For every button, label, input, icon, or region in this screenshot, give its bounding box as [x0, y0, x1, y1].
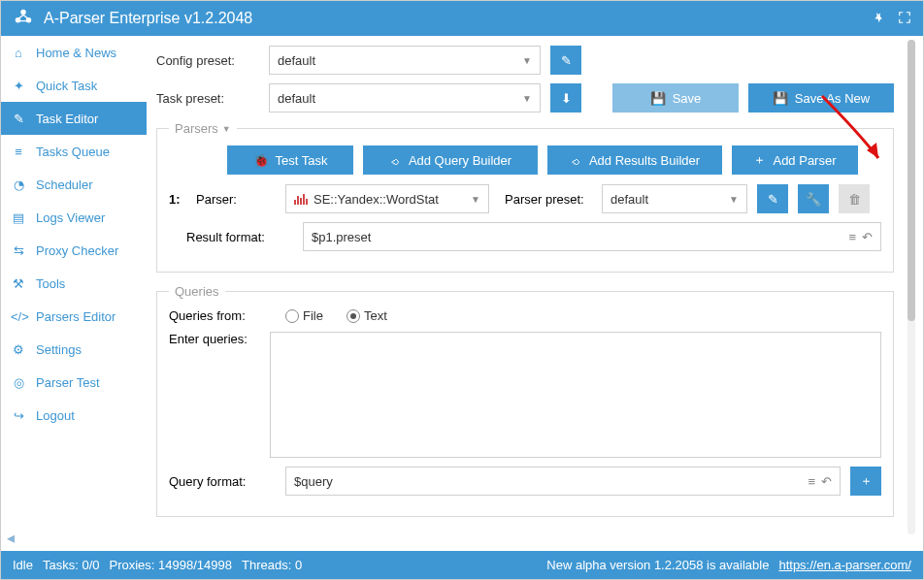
enter-queries-label: Enter queries:: [169, 332, 260, 346]
select-value: SE::Yandex::WordStat: [294, 192, 439, 207]
save-as-new-button[interactable]: 💾Save As New: [748, 83, 894, 113]
trash-icon: 🗑: [848, 192, 861, 207]
config-edit-button[interactable]: ✎: [550, 46, 581, 75]
tools-icon: ⚒: [11, 276, 26, 291]
list-icon[interactable]: ≡: [848, 230, 856, 244]
pencil-icon: ✎: [768, 192, 778, 207]
sidebar-item-label: Logs Viewer: [36, 210, 105, 225]
save-icon: 💾: [773, 91, 788, 106]
app-title: A-Parser Enterprise v1.2.2048: [44, 10, 252, 27]
query-format-add-button[interactable]: ＋: [850, 467, 881, 496]
caret-down-icon: ▼: [222, 124, 231, 134]
fullscreen-icon[interactable]: [898, 11, 911, 27]
caret-down-icon: ▼: [729, 194, 739, 205]
sidebar-item-label: Quick Task: [36, 79, 97, 93]
share-icon: ⪦: [389, 153, 402, 168]
sidebar-item-logout[interactable]: ↪Logout: [1, 399, 147, 432]
network-icon: ⇆: [11, 243, 26, 258]
parsers-legend[interactable]: Parsers ▼: [169, 121, 237, 136]
logo-icon: [13, 7, 34, 31]
pin-icon[interactable]: [873, 11, 886, 27]
sidebar-collapse-button[interactable]: ◂: [7, 529, 15, 547]
parser-select[interactable]: SE::Yandex::WordStat ▼: [285, 184, 489, 213]
sidebar-item-tools[interactable]: ⚒Tools: [1, 267, 147, 300]
parser-name: SE::Yandex::WordStat: [314, 192, 439, 207]
config-preset-label: Config preset:: [156, 53, 259, 68]
task-download-button[interactable]: ⬇: [550, 83, 581, 113]
parser-delete-button[interactable]: 🗑: [839, 184, 870, 213]
home-icon: ⌂: [11, 46, 26, 60]
scrollbar-thumb[interactable]: [908, 40, 915, 321]
list-icon: ≡: [11, 145, 26, 159]
save-button[interactable]: 💾Save: [612, 83, 739, 113]
sidebar-item-label: Tools: [36, 276, 65, 291]
parser-preset-select[interactable]: default▼: [602, 184, 747, 213]
sidebar-item-label: Logout: [36, 408, 75, 423]
sidebar-item-label: Home & News: [36, 46, 116, 60]
queries-from-label: Queries from:: [169, 308, 276, 323]
add-query-builder-button[interactable]: ⪦Add Query Builder: [363, 145, 538, 175]
sidebar-item-parsers-editor[interactable]: </>Parsers Editor: [1, 300, 147, 333]
status-tasks: Tasks: 0/0: [43, 558, 100, 572]
task-preset-select[interactable]: default▼: [269, 83, 541, 113]
enter-queries-textarea[interactable]: [270, 332, 881, 458]
parser-preset-label: Parser preset:: [505, 192, 592, 207]
sidebar-item-proxy-checker[interactable]: ⇆Proxy Checker: [1, 234, 147, 267]
plus-icon: ＋: [753, 151, 766, 169]
sidebar-item-scheduler[interactable]: ◔Scheduler: [1, 168, 147, 201]
sidebar-item-label: Proxy Checker: [36, 243, 118, 258]
sidebar-item-parser-test[interactable]: ◎Parser Test: [1, 366, 147, 399]
legend-text: Queries: [175, 284, 219, 299]
pencil-icon: ✎: [561, 53, 572, 68]
add-parser-button[interactable]: ＋Add Parser: [732, 145, 858, 175]
sidebar-item-label: Settings: [36, 342, 82, 357]
query-format-input[interactable]: $query≡↶: [285, 467, 841, 496]
input-value: $p1.preset: [312, 230, 371, 244]
parser-config-button[interactable]: 🔧: [798, 184, 829, 213]
sidebar-item-quick-task[interactable]: ✦Quick Task: [1, 69, 147, 102]
clock-icon: ◔: [11, 177, 26, 192]
radio-label: File: [303, 308, 323, 323]
status-threads: Threads: 0: [242, 558, 302, 572]
result-format-input[interactable]: $p1.preset≡↶: [303, 222, 881, 251]
sidebar: ⌂Home & News ✦Quick Task ✎Task Editor ≡T…: [1, 36, 147, 551]
queries-legend: Queries: [169, 284, 225, 299]
sidebar-item-home[interactable]: ⌂Home & News: [1, 36, 147, 69]
test-task-button[interactable]: 🐞Test Task: [227, 145, 353, 175]
undo-icon[interactable]: ↶: [862, 230, 873, 244]
statusbar: Idle Tasks: 0/0 Proxies: 14998/14998 Thr…: [1, 551, 923, 579]
caret-down-icon: ▼: [471, 194, 480, 205]
download-icon: ⬇: [561, 91, 572, 106]
add-results-builder-button[interactable]: ⪦Add Results Builder: [547, 145, 722, 175]
config-preset-select[interactable]: default▼: [269, 46, 541, 75]
code-icon: </>: [11, 309, 26, 324]
sidebar-item-label: Task Editor: [36, 112, 98, 126]
result-format-label: Result format:: [186, 230, 293, 244]
plus-icon: ＋: [860, 472, 873, 490]
target-icon: ◎: [11, 375, 26, 390]
parser-edit-button[interactable]: ✎: [757, 184, 788, 213]
query-format-label: Query format:: [169, 474, 276, 489]
share-icon: ⪦: [570, 153, 582, 168]
bug-icon: 🐞: [253, 153, 269, 168]
sidebar-item-settings[interactable]: ⚙Settings: [1, 333, 147, 366]
sidebar-item-task-editor[interactable]: ✎Task Editor: [1, 102, 147, 135]
sidebar-item-label: Parsers Editor: [36, 309, 116, 324]
sidebar-item-label: Parser Test: [36, 375, 100, 390]
undo-icon[interactable]: ↶: [821, 474, 832, 489]
select-value: default: [610, 192, 648, 207]
button-label: Save: [673, 91, 702, 106]
pencil-icon: ✎: [11, 112, 26, 126]
queries-from-file-radio[interactable]: File: [285, 308, 323, 323]
queries-from-text-radio[interactable]: Text: [346, 308, 387, 323]
status-url[interactable]: https://en.a-parser.com/: [778, 558, 911, 572]
save-icon: 💾: [650, 91, 666, 106]
parser-label: Parser:: [196, 192, 276, 207]
chart-icon: [294, 193, 308, 205]
list-icon[interactable]: ≡: [808, 474, 815, 489]
sidebar-item-tasks-queue[interactable]: ≡Tasks Queue: [1, 135, 147, 168]
caret-down-icon: ▼: [522, 55, 532, 66]
button-label: Add Parser: [773, 153, 836, 168]
status-proxies: Proxies: 14998/14998: [110, 558, 232, 572]
sidebar-item-logs-viewer[interactable]: ▤Logs Viewer: [1, 201, 147, 234]
